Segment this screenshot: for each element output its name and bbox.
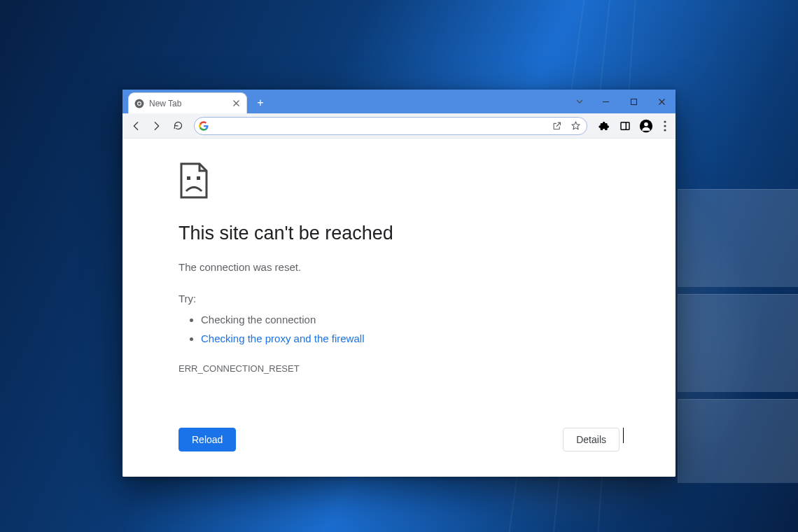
desktop-decoration bbox=[678, 294, 798, 392]
window-maximize-button[interactable] bbox=[620, 90, 648, 113]
nav-back-button[interactable] bbox=[127, 117, 145, 135]
svg-point-2 bbox=[138, 102, 141, 105]
desktop-decoration bbox=[678, 189, 798, 287]
svg-rect-11 bbox=[187, 176, 190, 180]
bookmark-star-icon[interactable] bbox=[570, 120, 581, 131]
window-controls bbox=[568, 90, 676, 113]
tab-title: New Tab bbox=[149, 99, 181, 108]
svg-point-9 bbox=[664, 125, 666, 127]
svg-point-7 bbox=[644, 122, 648, 126]
suggestion-text: Checking the connection bbox=[201, 314, 316, 326]
tab-active[interactable]: New Tab bbox=[128, 92, 247, 113]
new-tab-button[interactable]: + bbox=[251, 94, 270, 112]
error-page: This site can't be reached The connectio… bbox=[122, 139, 676, 477]
suggestion-item: Checking the connection bbox=[201, 310, 620, 329]
svg-rect-4 bbox=[621, 122, 629, 130]
chrome-favicon-icon bbox=[134, 99, 144, 108]
window-close-button[interactable] bbox=[648, 90, 676, 113]
tab-strip: New Tab + bbox=[122, 90, 676, 113]
suggestion-list: Checking the connection Checking the pro… bbox=[178, 310, 620, 348]
tab-search-button[interactable] bbox=[568, 90, 592, 113]
toolbar bbox=[122, 113, 676, 139]
sad-document-icon bbox=[178, 162, 209, 199]
desktop-decoration bbox=[678, 399, 798, 483]
svg-point-8 bbox=[664, 120, 666, 122]
error-actions: Reload Details bbox=[178, 428, 620, 456]
toolbar-actions bbox=[597, 119, 670, 133]
suggestion-item: Checking the proxy and the firewall bbox=[201, 329, 620, 348]
tab-close-button[interactable] bbox=[231, 99, 241, 108]
extensions-icon[interactable] bbox=[597, 119, 611, 133]
reload-button[interactable]: Reload bbox=[178, 428, 236, 451]
details-button[interactable]: Details bbox=[563, 428, 620, 451]
nav-reload-button[interactable] bbox=[169, 117, 187, 135]
error-code: ERR_CONNECTION_RESET bbox=[178, 363, 620, 374]
google-search-icon bbox=[199, 121, 209, 131]
profile-avatar-icon[interactable] bbox=[639, 119, 653, 133]
browser-window: New Tab + bbox=[122, 90, 676, 477]
window-minimize-button[interactable] bbox=[592, 90, 620, 113]
address-input[interactable] bbox=[214, 120, 543, 132]
omnibox[interactable] bbox=[194, 117, 587, 135]
share-icon[interactable] bbox=[552, 120, 562, 131]
chrome-menu-button[interactable] bbox=[660, 119, 670, 133]
error-message: The connection was reset. bbox=[178, 261, 620, 273]
nav-forward-button[interactable] bbox=[148, 117, 166, 135]
svg-rect-3 bbox=[631, 99, 636, 104]
svg-point-10 bbox=[664, 129, 666, 131]
error-heading: This site can't be reached bbox=[178, 223, 620, 244]
try-label: Try: bbox=[178, 293, 620, 304]
side-panel-icon[interactable] bbox=[618, 119, 632, 133]
svg-rect-12 bbox=[197, 176, 200, 180]
proxy-firewall-link[interactable]: Checking the proxy and the firewall bbox=[201, 332, 364, 344]
text-cursor bbox=[623, 428, 624, 443]
